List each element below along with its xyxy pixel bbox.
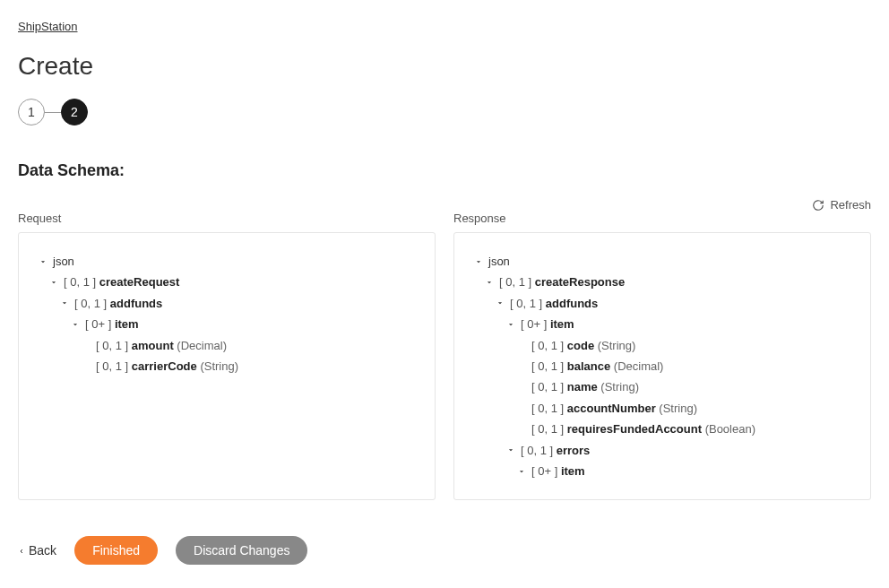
- cardinality: [ 0, 1 ]: [521, 440, 553, 461]
- cardinality: [ 0, 1 ]: [531, 419, 564, 439]
- cardinality: [ 0, 1 ]: [531, 398, 564, 419]
- field-name: errors: [557, 440, 591, 461]
- chevron-down-icon[interactable]: [515, 465, 528, 478]
- cardinality: [ 0, 1 ]: [96, 335, 128, 356]
- tree-node-createResponse[interactable]: [ 0, 1 ] createResponse: [472, 272, 852, 292]
- cardinality: [ 0+ ]: [521, 314, 547, 334]
- field-name: item: [115, 314, 139, 334]
- cardinality: [ 0, 1 ]: [531, 376, 564, 397]
- chevron-down-icon[interactable]: [494, 297, 506, 309]
- cardinality: [ 0, 1 ]: [510, 293, 542, 314]
- tree-node-label: json: [488, 251, 510, 272]
- field-type: (String): [659, 398, 697, 419]
- field-name: balance: [567, 356, 610, 376]
- cardinality: [ 0, 1 ]: [74, 293, 107, 314]
- chevron-down-icon[interactable]: [47, 276, 60, 289]
- cardinality: [ 0+ ]: [531, 461, 557, 481]
- field-type: (String): [600, 376, 639, 397]
- field-name: addfunds: [546, 293, 599, 314]
- tree-node-errors-item[interactable]: [ 0+ ] item: [472, 461, 852, 481]
- field-name: accountNumber: [567, 398, 656, 419]
- field-name: createResponse: [535, 272, 625, 292]
- field-name: requiresFundedAccount: [567, 419, 702, 439]
- discard-changes-button[interactable]: Discard Changes: [176, 536, 307, 565]
- tree-node-errors[interactable]: [ 0, 1 ] errors: [472, 440, 852, 461]
- cardinality: [ 0, 1 ]: [64, 272, 96, 292]
- tree-node-carrierCode[interactable]: [ 0, 1 ] carrierCode (String): [37, 356, 417, 376]
- tree-node-item[interactable]: [ 0+ ] item: [37, 314, 417, 334]
- tree-node-item[interactable]: [ 0+ ] item: [472, 314, 852, 334]
- response-schema-box: json [ 0, 1 ] createResponse [ 0, 1 ] ad…: [453, 232, 871, 500]
- field-name: code: [567, 335, 594, 356]
- chevron-down-icon[interactable]: [58, 297, 71, 309]
- tree-node-requiresFundedAccount[interactable]: [ 0, 1 ] requiresFundedAccount (Boolean): [472, 419, 852, 439]
- field-name: item: [561, 461, 585, 481]
- field-type: (Decimal): [177, 335, 227, 356]
- tree-node-addfunds[interactable]: [ 0, 1 ] addfunds: [472, 293, 852, 314]
- back-button[interactable]: Back: [18, 543, 56, 558]
- request-schema-box: json [ 0, 1 ] createRequest [ 0, 1 ] add…: [18, 232, 436, 500]
- chevron-down-icon[interactable]: [483, 276, 496, 289]
- tree-node-name[interactable]: [ 0, 1 ] name (String): [472, 376, 852, 397]
- field-type: (String): [200, 356, 238, 376]
- field-name: name: [567, 376, 598, 397]
- stepper: 1 2: [18, 99, 871, 125]
- tree-node-amount[interactable]: [ 0, 1 ] amount (Decimal): [37, 335, 417, 356]
- cardinality: [ 0, 1 ]: [499, 272, 531, 292]
- page-title: Create: [18, 52, 871, 81]
- step-1[interactable]: 1: [18, 99, 45, 125]
- field-name: item: [550, 314, 574, 334]
- chevron-left-icon: [18, 543, 25, 558]
- response-label: Response: [453, 212, 871, 225]
- chevron-down-icon[interactable]: [472, 255, 485, 268]
- cardinality: [ 0, 1 ]: [96, 356, 128, 376]
- tree-node-balance[interactable]: [ 0, 1 ] balance (Decimal): [472, 356, 852, 376]
- field-type: (String): [598, 335, 636, 356]
- field-name: carrierCode: [132, 356, 197, 376]
- finished-button[interactable]: Finished: [74, 536, 158, 565]
- data-schema-title: Data Schema:: [18, 161, 125, 180]
- chevron-down-icon[interactable]: [37, 255, 49, 268]
- cardinality: [ 0, 1 ]: [531, 335, 564, 356]
- field-name: addfunds: [110, 293, 163, 314]
- back-label: Back: [29, 543, 56, 558]
- request-label: Request: [18, 212, 436, 225]
- chevron-down-icon[interactable]: [69, 318, 82, 331]
- field-type: (Decimal): [614, 356, 664, 376]
- tree-node-label: json: [53, 251, 74, 272]
- chevron-down-icon[interactable]: [505, 444, 517, 456]
- tree-node-json[interactable]: json: [37, 251, 417, 272]
- tree-node-createRequest[interactable]: [ 0, 1 ] createRequest: [37, 272, 417, 292]
- breadcrumb-link[interactable]: ShipStation: [18, 20, 78, 33]
- tree-node-accountNumber[interactable]: [ 0, 1 ] accountNumber (String): [472, 398, 852, 419]
- tree-node-addfunds[interactable]: [ 0, 1 ] addfunds: [37, 293, 417, 314]
- field-name: amount: [132, 335, 174, 356]
- tree-node-code[interactable]: [ 0, 1 ] code (String): [472, 335, 852, 356]
- cardinality: [ 0, 1 ]: [531, 356, 564, 376]
- step-2[interactable]: 2: [61, 99, 88, 125]
- field-type: (Boolean): [705, 419, 755, 439]
- tree-node-json[interactable]: json: [472, 251, 852, 272]
- step-connector: [45, 112, 61, 113]
- chevron-down-icon[interactable]: [505, 318, 517, 331]
- field-name: createRequest: [99, 272, 180, 292]
- cardinality: [ 0+ ]: [85, 314, 111, 334]
